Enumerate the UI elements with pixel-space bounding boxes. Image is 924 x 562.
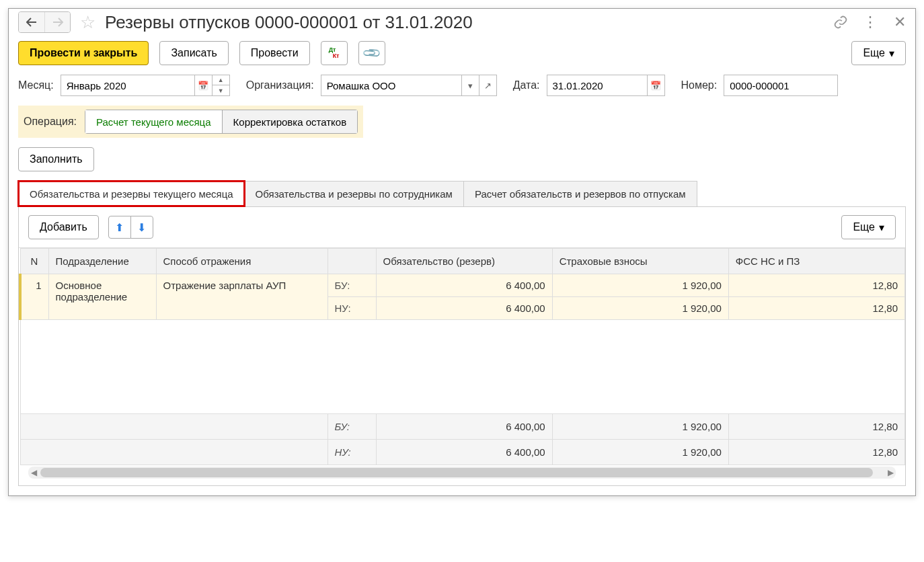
org-open-button[interactable]: ↗: [479, 75, 497, 96]
col-method[interactable]: Способ отражения: [156, 249, 328, 274]
total-nu-liability: 6 400,00: [376, 440, 552, 465]
move-up-button[interactable]: ⬆: [108, 216, 131, 239]
date-label: Дата:: [513, 79, 540, 91]
cell-nu-insurance: 1 920,00: [552, 297, 728, 320]
totals-nu-row: НУ: 6 400,00 1 920,00 12,80: [20, 440, 905, 465]
close-icon[interactable]: ✕: [894, 13, 906, 31]
cell-bu-insurance: 1 920,00: [552, 274, 728, 297]
add-button[interactable]: Добавить: [28, 215, 99, 239]
horizontal-scrollbar[interactable]: ◀ ▶: [28, 467, 896, 479]
operation-adjust-balances-button[interactable]: Корректировка остатков: [223, 110, 358, 134]
scroll-right-icon[interactable]: ▶: [885, 467, 896, 479]
org-dropdown-button[interactable]: ▾: [462, 75, 479, 96]
cell-nu-fss: 12,80: [728, 297, 904, 320]
attach-button[interactable]: 📎: [358, 41, 385, 65]
operation-current-month-button[interactable]: Расчет текущего месяца: [85, 110, 223, 134]
nav-forward-button[interactable]: [44, 12, 70, 32]
cell-method: Отражение зарплаты АУП: [156, 274, 328, 320]
favorite-star-icon[interactable]: ☆: [80, 12, 95, 33]
tab-liabilities-employees[interactable]: Обязательства и резервы по сотрудникам: [245, 181, 464, 206]
cell-dept: Основное подразделение: [48, 274, 156, 320]
col-type-empty: [328, 249, 376, 274]
more-button[interactable]: Еще ▾: [851, 41, 906, 65]
tab-calc-vacation[interactable]: Расчет обязательств и резервов по отпуск…: [464, 181, 697, 206]
calendar-icon: 📅: [650, 81, 661, 91]
cell-bu-fss: 12,80: [728, 274, 904, 297]
cell-bu-liability: 6 400,00: [376, 274, 552, 297]
link-icon[interactable]: [833, 15, 848, 30]
month-calendar-button[interactable]: 📅: [195, 75, 213, 96]
date-calendar-button[interactable]: 📅: [648, 75, 665, 96]
kebab-menu-icon[interactable]: ⋮: [863, 13, 879, 31]
number-label: Номер:: [681, 79, 718, 91]
paperclip-icon: 📎: [361, 42, 382, 63]
table-row[interactable]: 1 Основное подразделение Отражение зарпл…: [20, 274, 905, 320]
col-liability[interactable]: Обязательство (резерв): [376, 249, 552, 274]
post-button[interactable]: Провести: [239, 41, 310, 65]
total-bu-insurance: 1 920,00: [552, 414, 728, 440]
scroll-left-icon[interactable]: ◀: [28, 467, 39, 479]
move-down-button[interactable]: ⬇: [130, 216, 153, 239]
month-up-button[interactable]: ▲: [213, 75, 230, 85]
sub-more-button[interactable]: Еще ▾: [841, 215, 896, 239]
chevron-down-icon: ▾: [879, 221, 884, 234]
col-n[interactable]: N: [20, 249, 48, 274]
post-and-close-button[interactable]: Провести и закрыть: [18, 41, 149, 65]
nav-back-button[interactable]: [19, 12, 44, 32]
month-input[interactable]: [61, 75, 195, 96]
cell-nu-liability: 6 400,00: [376, 297, 552, 320]
record-button[interactable]: Записать: [159, 41, 228, 65]
total-nu-insurance: 1 920,00: [552, 440, 728, 465]
col-fss[interactable]: ФСС НС и ПЗ: [728, 249, 904, 274]
reserves-table: N Подразделение Способ отражения Обязате…: [19, 248, 905, 465]
date-input[interactable]: [547, 75, 648, 96]
col-insurance[interactable]: Страховые взносы: [552, 249, 728, 274]
cell-nu-label: НУ:: [328, 297, 376, 320]
page-title: Резервы отпусков 0000-000001 от 31.01.20…: [105, 12, 828, 33]
fill-button[interactable]: Заполнить: [18, 147, 94, 171]
operation-label: Операция:: [24, 116, 77, 128]
dtkt-button[interactable]: ДтКт: [321, 41, 348, 65]
org-input[interactable]: [321, 75, 462, 96]
col-dept[interactable]: Подразделение: [48, 249, 156, 274]
org-label: Организация:: [246, 79, 314, 91]
calendar-icon: 📅: [198, 81, 208, 91]
cell-row-number: 1: [20, 274, 48, 320]
cell-bu-label: БУ:: [328, 274, 376, 297]
month-label: Месяц:: [18, 79, 54, 91]
tab-liabilities-current[interactable]: Обязательства и резервы текущего месяца: [18, 181, 245, 206]
total-bu-liability: 6 400,00: [376, 414, 552, 440]
month-down-button[interactable]: ▼: [213, 85, 230, 96]
total-nu-fss: 12,80: [728, 440, 904, 465]
totals-bu-row: БУ: 6 400,00 1 920,00 12,80: [20, 414, 905, 440]
total-bu-fss: 12,80: [728, 414, 904, 440]
table-empty-space: [20, 320, 905, 414]
number-input[interactable]: [724, 75, 838, 96]
chevron-down-icon: ▾: [889, 47, 894, 60]
